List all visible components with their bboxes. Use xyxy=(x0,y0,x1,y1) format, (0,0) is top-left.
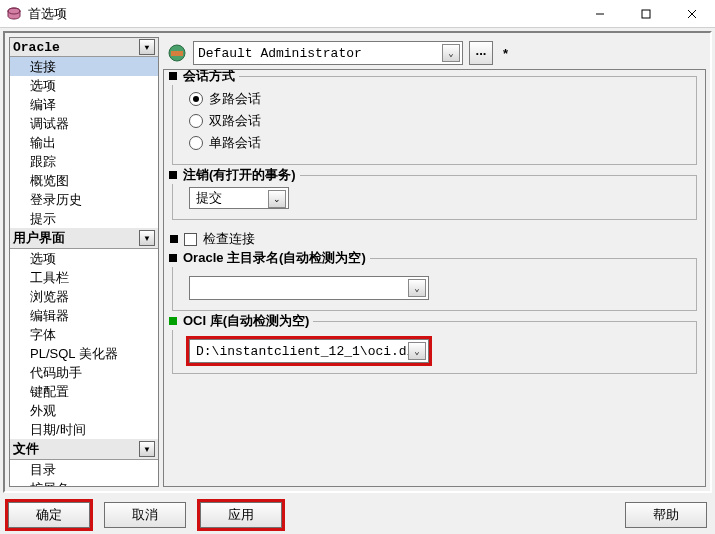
app-icon xyxy=(6,6,22,22)
collapse-icon[interactable]: ▼ xyxy=(139,441,155,457)
titlebar: 首选项 xyxy=(0,0,715,28)
radio-label: 多路会话 xyxy=(209,90,261,108)
logoff-action-select[interactable]: 提交 ⌄ xyxy=(189,187,289,209)
tree-item[interactable]: 浏览器 xyxy=(10,287,158,306)
bullet-icon xyxy=(170,235,178,243)
oracle-home-select[interactable]: ⌄ xyxy=(189,276,429,300)
radio-icon xyxy=(189,136,203,150)
help-button[interactable]: 帮助 xyxy=(625,502,707,528)
maximize-button[interactable] xyxy=(623,0,669,28)
tree-item[interactable]: 扩展名 xyxy=(10,479,158,487)
tree-item[interactable]: 编译 xyxy=(10,95,158,114)
group-title: 注销(有打开的事务) xyxy=(183,166,296,184)
radio-icon xyxy=(189,114,203,128)
checkbox-icon[interactable] xyxy=(184,233,197,246)
logoff-value: 提交 xyxy=(196,189,222,207)
check-connection-label: 检查连接 xyxy=(203,230,255,248)
cancel-button[interactable]: 取消 xyxy=(104,502,186,528)
chevron-down-icon[interactable]: ⌄ xyxy=(408,342,426,360)
tree-item[interactable]: 外观 xyxy=(10,401,158,420)
main-area: Oracle ▼ 连接 选项 编译 调试器 输出 跟踪 概览图 登录历史 提示 … xyxy=(3,31,712,493)
svg-rect-3 xyxy=(642,10,650,18)
collapse-icon[interactable]: ▼ xyxy=(139,39,155,55)
group-oci-lib: OCI 库(自动检测为空) D:\instantclient_12_1\oci.… xyxy=(172,321,697,374)
oci-lib-value: D:\instantclient_12_1\oci.dll xyxy=(196,344,422,359)
modified-marker: * xyxy=(503,46,508,61)
tree-item[interactable]: 编辑器 xyxy=(10,306,158,325)
settings-panel: 会话方式 多路会话 双路会话 单路会话 注销 xyxy=(163,69,706,487)
collapse-icon[interactable]: ▼ xyxy=(139,230,155,246)
tree-item[interactable]: 概览图 xyxy=(10,171,158,190)
radio-dual-session[interactable]: 双路会话 xyxy=(189,110,686,132)
tree-item[interactable]: 选项 xyxy=(10,249,158,268)
tree-item[interactable]: 键配置 xyxy=(10,382,158,401)
apply-button[interactable]: 应用 xyxy=(200,502,282,528)
svg-rect-7 xyxy=(171,51,183,56)
tree-item[interactable]: 登录历史 xyxy=(10,190,158,209)
group-title: OCI 库(自动检测为空) xyxy=(183,312,309,330)
tree-item[interactable]: 选项 xyxy=(10,76,158,95)
profile-select[interactable]: Default Administrator ⌄ xyxy=(193,41,463,65)
group-logoff: 注销(有打开的事务) 提交 ⌄ xyxy=(172,175,697,220)
profile-label: Default Administrator xyxy=(198,46,362,61)
tree-section-ui[interactable]: 用户界面 ▼ xyxy=(10,228,158,249)
tree-item[interactable]: 工具栏 xyxy=(10,268,158,287)
dialog-footer: 确定 取消 应用 帮助 xyxy=(0,493,715,534)
check-connection-row[interactable]: 检查连接 xyxy=(170,230,697,248)
oci-lib-select[interactable]: D:\instantclient_12_1\oci.dll ⌄ xyxy=(189,339,429,363)
tree-item-connection[interactable]: 连接 xyxy=(10,57,158,76)
tree-section-oracle[interactable]: Oracle ▼ xyxy=(10,38,158,57)
ok-button[interactable]: 确定 xyxy=(8,502,90,528)
tree-item[interactable]: 调试器 xyxy=(10,114,158,133)
chevron-down-icon[interactable]: ⌄ xyxy=(408,279,426,297)
close-button[interactable] xyxy=(669,0,715,28)
tree-item[interactable]: PL/SQL 美化器 xyxy=(10,344,158,363)
profile-icon xyxy=(167,43,187,63)
tree-item[interactable]: 字体 xyxy=(10,325,158,344)
group-oracle-home: Oracle 主目录名(自动检测为空) ⌄ xyxy=(172,258,697,311)
group-title: Oracle 主目录名(自动检测为空) xyxy=(183,249,366,267)
sidebar-tree[interactable]: Oracle ▼ 连接 选项 编译 调试器 输出 跟踪 概览图 登录历史 提示 … xyxy=(9,37,159,487)
group-title: 会话方式 xyxy=(183,69,235,85)
bullet-icon xyxy=(169,171,177,179)
tree-item[interactable]: 代码助手 xyxy=(10,363,158,382)
radio-label: 双路会话 xyxy=(209,112,261,130)
window-title: 首选项 xyxy=(28,5,67,23)
tree-section-label: Oracle xyxy=(13,40,139,55)
chevron-down-icon[interactable]: ⌄ xyxy=(442,44,460,62)
profile-row: Default Administrator ⌄ ··· * xyxy=(163,37,706,69)
tree-section-files[interactable]: 文件 ▼ xyxy=(10,439,158,460)
tree-item[interactable]: 输出 xyxy=(10,133,158,152)
bullet-icon xyxy=(169,254,177,262)
group-session-mode: 会话方式 多路会话 双路会话 单路会话 xyxy=(172,76,697,165)
chevron-down-icon[interactable]: ⌄ xyxy=(268,190,286,208)
minimize-button[interactable] xyxy=(577,0,623,28)
tree-item[interactable]: 提示 xyxy=(10,209,158,228)
profile-menu-button[interactable]: ··· xyxy=(469,41,493,65)
tree-item[interactable]: 日期/时间 xyxy=(10,420,158,439)
content-panel: Default Administrator ⌄ ··· * 会话方式 多路会话 xyxy=(163,37,706,487)
bullet-icon xyxy=(169,72,177,80)
tree-section-label: 文件 xyxy=(13,440,139,458)
tree-item[interactable]: 目录 xyxy=(10,460,158,479)
radio-icon xyxy=(189,92,203,106)
tree-item[interactable]: 跟踪 xyxy=(10,152,158,171)
radio-multi-session[interactable]: 多路会话 xyxy=(189,88,686,110)
radio-single-session[interactable]: 单路会话 xyxy=(189,132,686,154)
radio-label: 单路会话 xyxy=(209,134,261,152)
bullet-icon xyxy=(169,317,177,325)
tree-section-label: 用户界面 xyxy=(13,229,139,247)
